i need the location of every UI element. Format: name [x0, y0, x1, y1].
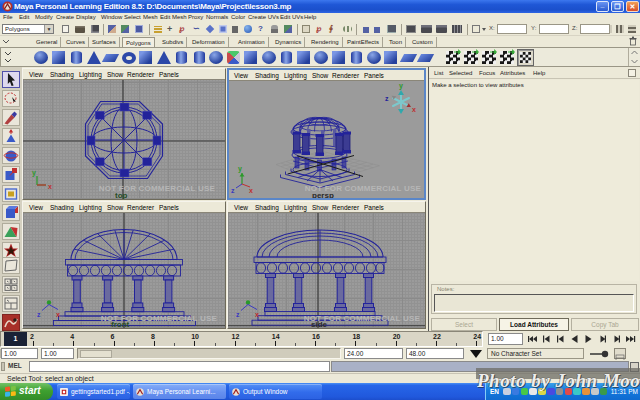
svg-text:z: z [385, 95, 389, 102]
svg-text:y: y [32, 169, 36, 177]
svg-text:y: y [399, 82, 403, 90]
svg-text:x: x [412, 106, 416, 113]
svg-text:x: x [255, 311, 259, 318]
svg-text:z: z [37, 311, 41, 318]
svg-text:z: z [236, 311, 240, 318]
svg-text:x: x [249, 187, 253, 194]
svg-text:y: y [238, 165, 242, 173]
svg-text:x: x [48, 183, 52, 190]
svg-text:z: z [231, 187, 235, 194]
svg-text:x: x [56, 311, 60, 318]
